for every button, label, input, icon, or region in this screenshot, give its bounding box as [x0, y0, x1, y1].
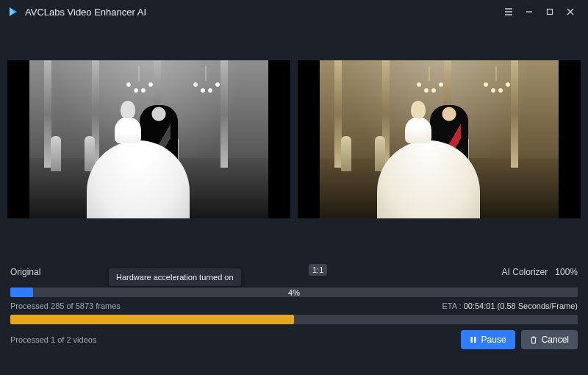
pause-button[interactable]: Pause [461, 330, 515, 349]
close-button[interactable] [560, 1, 581, 22]
pause-icon [470, 336, 477, 343]
svg-rect-2 [548, 10, 553, 15]
original-label: Original [10, 267, 40, 277]
trash-icon [530, 336, 537, 344]
frames-row: Processed 285 of 5873 frames ETA : 00:54… [10, 301, 578, 310]
svg-rect-4 [474, 337, 476, 343]
preview-original [7, 60, 290, 218]
hw-accel-tooltip: Hardware acceleration turned on [109, 268, 241, 286]
minimize-button[interactable] [519, 1, 539, 22]
overall-progress-percent: 4% [10, 288, 578, 297]
preview-area [0, 24, 588, 218]
svg-rect-3 [470, 337, 472, 343]
app-title: AVCLabs Video Enhancer AI [25, 7, 146, 18]
maximize-button[interactable] [539, 1, 560, 22]
title-bar: AVCLabs Video Enhancer AI [0, 0, 588, 24]
frame-progress-bar [10, 315, 578, 324]
overall-progress-bar: 4% [10, 288, 578, 297]
progress-section: 4% Processed 285 of 5873 frames ETA : 00… [0, 288, 588, 324]
zoom-percent: 100% [555, 267, 578, 277]
menu-button[interactable] [498, 1, 519, 22]
videos-processed-text: Processed 1 of 2 videos [10, 335, 96, 344]
app-logo-icon [7, 6, 19, 18]
aspect-ratio-badge[interactable]: 1:1 [309, 264, 327, 276]
eta-text: ETA : 00:54:01 (0.58 Seconds/Frame) [442, 301, 578, 310]
preview-labels-row: Original AI Colorizer 100% 1:1 Hardware … [0, 264, 588, 280]
cancel-button[interactable]: Cancel [521, 330, 578, 349]
mode-label: AI Colorizer 100% [502, 267, 578, 277]
preview-enhanced [298, 60, 581, 218]
bottom-row: Processed 1 of 2 videos Pause Cancel [0, 329, 588, 351]
frames-processed-text: Processed 285 of 5873 frames [10, 301, 121, 310]
